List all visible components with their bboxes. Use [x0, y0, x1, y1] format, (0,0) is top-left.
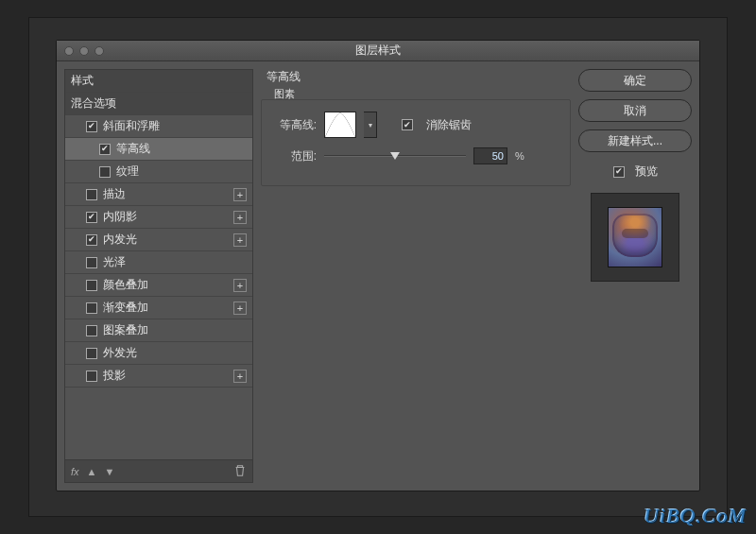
add-icon[interactable]: + [233, 279, 247, 292]
range-slider[interactable] [324, 149, 466, 163]
label: 描边 [103, 186, 126, 202]
trash-icon[interactable] [233, 464, 247, 479]
contour-row: 等高线: ▾ 消除锯齿 [271, 112, 560, 138]
contour-fieldset: 等高线: ▾ 消除锯齿 范围: [261, 99, 571, 186]
dialog-title: 图层样式 [355, 43, 401, 59]
label: 光泽 [103, 254, 126, 270]
checkbox-icon[interactable] [86, 370, 97, 382]
label: 混合选项 [71, 95, 116, 112]
sidebar-item-drop-shadow[interactable]: 投影+ [65, 365, 252, 388]
checkbox-icon[interactable] [86, 302, 97, 314]
preview-thumbnail [608, 207, 662, 267]
checkbox-icon[interactable] [86, 348, 97, 359]
preview-label: 预览 [635, 164, 658, 180]
sidebar-item-inner-glow[interactable]: 内发光+ [65, 229, 252, 251]
minimize-icon[interactable] [79, 46, 89, 56]
preview-box [591, 193, 679, 282]
checkbox-icon[interactable] [86, 257, 97, 268]
checkbox-icon[interactable] [86, 234, 97, 246]
window-controls[interactable] [64, 46, 104, 56]
checkbox-icon[interactable] [99, 166, 111, 178]
add-icon[interactable]: + [233, 370, 247, 383]
new-style-button[interactable]: 新建样式... [578, 129, 692, 152]
ok-button[interactable]: 确定 [578, 69, 692, 92]
checkbox-icon[interactable] [613, 166, 625, 178]
fx-label[interactable]: fx [71, 466, 79, 477]
checkbox-icon[interactable] [86, 280, 97, 291]
preview-toggle[interactable]: 预览 [578, 164, 692, 180]
percent-label: % [515, 150, 524, 162]
range-input[interactable] [473, 147, 507, 164]
label: 外发光 [103, 345, 137, 361]
sidebar-item-stroke[interactable]: 描边+ [65, 183, 252, 206]
sidebar-item-contour[interactable]: 等高线 [65, 138, 252, 161]
sidebar-item-inner-shadow[interactable]: 内阴影+ [65, 206, 252, 229]
label: 新建样式... [608, 133, 662, 149]
sidebar-item-gradient-overlay[interactable]: 渐变叠加+ [65, 297, 252, 319]
add-icon[interactable]: + [233, 233, 247, 247]
section-title: 等高线 [261, 69, 571, 85]
sidebar-item-blending[interactable]: 混合选项 [65, 93, 252, 115]
close-icon[interactable] [64, 46, 74, 56]
sidebar-item-bevel[interactable]: 斜面和浮雕 [65, 115, 252, 138]
slider-thumb-icon[interactable] [390, 152, 400, 160]
label: 内发光 [103, 232, 137, 248]
contour-label: 等高线: [271, 117, 317, 133]
sidebar-footer: fx ▲ ▼ [64, 460, 253, 483]
app-background: 图层样式 样式 混合选项 斜面和浮雕 等高线 纹理 描边+ 内阴影+ 内发光+ … [28, 17, 728, 517]
antialias-checkbox[interactable] [402, 119, 413, 130]
label: 投影 [103, 368, 126, 384]
sidebar-item-satin[interactable]: 光泽 [65, 251, 252, 274]
label: 内阴影 [103, 209, 137, 225]
label: 斜面和浮雕 [103, 118, 160, 134]
arrow-up-icon[interactable]: ▲ [87, 466, 97, 477]
label: 颜色叠加 [103, 277, 148, 293]
add-icon[interactable]: + [233, 188, 247, 201]
arrow-down-icon[interactable]: ▼ [104, 466, 114, 477]
checkbox-icon[interactable] [99, 144, 111, 155]
checkbox-icon[interactable] [86, 325, 97, 336]
cancel-button[interactable]: 取消 [578, 99, 692, 122]
label: 纹理 [116, 164, 139, 180]
zoom-icon[interactable] [94, 46, 104, 56]
label: 确定 [624, 73, 646, 89]
add-icon[interactable]: + [233, 301, 247, 315]
label: 等高线 [116, 141, 150, 157]
antialias-label: 消除锯齿 [426, 117, 472, 133]
range-label: 范围: [271, 148, 317, 164]
effects-sidebar: 样式 混合选项 斜面和浮雕 等高线 纹理 描边+ 内阴影+ 内发光+ 光泽 颜色… [64, 69, 253, 483]
dialog-actions: 确定 取消 新建样式... 预览 [578, 69, 692, 483]
checkbox-icon[interactable] [86, 189, 97, 200]
settings-panel: 等高线 图素 等高线: ▾ 消除锯齿 范围: [261, 69, 571, 483]
contour-picker[interactable] [324, 112, 356, 138]
range-row: 范围: % [271, 147, 560, 164]
add-icon[interactable]: + [233, 211, 247, 224]
dialog-body: 样式 混合选项 斜面和浮雕 等高线 纹理 描边+ 内阴影+ 内发光+ 光泽 颜色… [57, 61, 699, 491]
checkbox-icon[interactable] [86, 121, 97, 132]
label: 图案叠加 [103, 322, 148, 338]
sidebar-item-color-overlay[interactable]: 颜色叠加+ [65, 274, 252, 297]
contour-dropdown[interactable]: ▾ [364, 112, 377, 138]
sidebar-item-texture[interactable]: 纹理 [65, 161, 252, 183]
watermark: UiBQ.CoM [644, 504, 747, 528]
label: 渐变叠加 [103, 300, 148, 316]
effects-list: 样式 混合选项 斜面和浮雕 等高线 纹理 描边+ 内阴影+ 内发光+ 光泽 颜色… [64, 69, 253, 460]
sidebar-item-styles[interactable]: 样式 [65, 70, 252, 93]
sidebar-item-outer-glow[interactable]: 外发光 [65, 342, 252, 365]
label: 取消 [624, 103, 646, 119]
chevron-down-icon: ▾ [369, 121, 372, 129]
dialog-titlebar: 图层样式 [57, 41, 699, 61]
sidebar-item-pattern-overlay[interactable]: 图案叠加 [65, 319, 252, 342]
layer-style-dialog: 图层样式 样式 混合选项 斜面和浮雕 等高线 纹理 描边+ 内阴影+ 内发光+ … [56, 40, 700, 491]
checkbox-icon[interactable] [86, 212, 97, 223]
label: 样式 [71, 73, 94, 89]
